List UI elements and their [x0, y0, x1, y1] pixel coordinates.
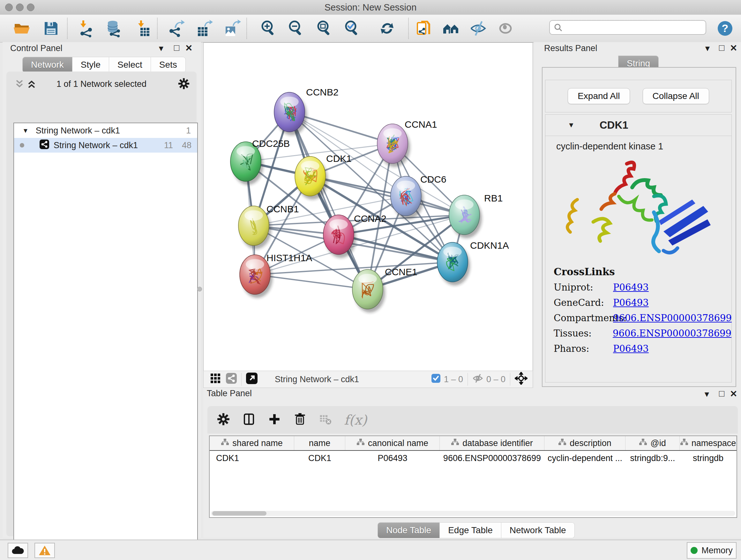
- tab-node-table[interactable]: Node Table: [378, 522, 440, 538]
- table-panel-close-icon[interactable]: ✕: [730, 388, 737, 399]
- help-button[interactable]: ?: [715, 18, 735, 39]
- scrollbar-thumb[interactable]: [212, 511, 266, 516]
- node-hist1h1a[interactable]: HIST1H1A: [240, 253, 312, 298]
- crosslink-pharos--link[interactable]: P06493: [613, 343, 649, 354]
- new-network-from-selection-button[interactable]: [414, 18, 434, 39]
- open-in-window-icon[interactable]: [246, 373, 258, 386]
- gene-collapse-icon[interactable]: ▼: [568, 121, 575, 129]
- export-network-button[interactable]: [166, 18, 187, 39]
- crosslink-compartments--link[interactable]: 9606.ENSP00000378699: [613, 313, 732, 323]
- column-header-canonical-name[interactable]: canonical name: [345, 436, 440, 450]
- import-table-file-button[interactable]: [133, 18, 153, 39]
- column-header-namespace[interactable]: namespace: [680, 436, 737, 450]
- network-options-gear-icon[interactable]: [178, 77, 190, 91]
- show-all-button[interactable]: [495, 18, 516, 39]
- string-home-button[interactable]: [441, 18, 461, 39]
- delete-table-icon[interactable]: [319, 412, 333, 428]
- column-header-shared-name[interactable]: shared name: [210, 436, 294, 450]
- gene-section-header[interactable]: ▼ CDK1: [545, 115, 731, 136]
- database-icon: [105, 19, 122, 37]
- node-rb1[interactable]: RB1: [449, 193, 502, 238]
- node-cdc25b[interactable]: CDC25B: [230, 138, 290, 185]
- node-ccna1[interactable]: CCNA1: [377, 119, 437, 167]
- node-cdkn1a[interactable]: CDKN1A: [437, 240, 509, 286]
- table-panel-menu-icon[interactable]: ▼: [703, 390, 711, 399]
- column-header--id[interactable]: @id: [625, 436, 680, 450]
- crosslink-uniprot--link[interactable]: P06493: [613, 282, 649, 293]
- crosslink-genecard--link[interactable]: P06493: [613, 297, 649, 308]
- node-ccnb1[interactable]: CCNB1: [239, 204, 299, 249]
- collection-expand-icon[interactable]: ▼: [22, 127, 29, 134]
- results-panel-close-icon[interactable]: ✕: [730, 43, 737, 53]
- results-panel-float-icon[interactable]: □: [719, 43, 724, 53]
- table-cell[interactable]: CDK1: [294, 451, 345, 465]
- results-panel-menu-icon[interactable]: ▼: [704, 44, 711, 53]
- crosslink-tissues--link[interactable]: 9606.ENSP00000378699: [613, 328, 731, 339]
- import-network-file-button[interactable]: [77, 18, 97, 39]
- table-cell[interactable]: 9606.ENSP00000378699: [440, 451, 544, 465]
- delete-column-trash-icon[interactable]: [293, 412, 307, 428]
- create-column-plus-icon[interactable]: [267, 412, 281, 428]
- network-row-selected[interactable]: String Network – cdk1 11 48: [14, 138, 197, 152]
- table-panel-float-icon[interactable]: □: [719, 388, 724, 399]
- network-view-toolbar: String Network – cdk1 1 – 0 0 – 0: [203, 371, 533, 388]
- table-cell[interactable]: CDK1: [210, 451, 294, 465]
- crosslink-row: Pharos:P06493: [554, 343, 731, 354]
- left-splitter-handle[interactable]: [197, 287, 202, 292]
- node-cdc6[interactable]: CDC6: [391, 174, 447, 219]
- hidden-eye-slash-icon[interactable]: [472, 374, 483, 385]
- function-builder-button[interactable]: f(x): [344, 412, 367, 428]
- column-header-name[interactable]: name: [294, 436, 345, 450]
- save-session-button[interactable]: [41, 18, 61, 39]
- node-cdk1[interactable]: CDK1: [295, 153, 352, 199]
- tab-style[interactable]: Style: [72, 57, 109, 73]
- table-options-gear-icon[interactable]: [216, 412, 230, 428]
- table-row[interactable]: CDK1CDK1P064939606.ENSP00000378699cyclin…: [210, 451, 737, 465]
- tab-network-table[interactable]: Network Table: [501, 522, 575, 538]
- pan-crosshair-icon[interactable]: [515, 372, 528, 387]
- node-label-cdc25b: CDC25B: [252, 138, 290, 149]
- memory-button[interactable]: Memory: [687, 542, 737, 559]
- control-panel-float-icon[interactable]: □: [174, 43, 179, 53]
- tab-network[interactable]: Network: [22, 57, 72, 73]
- column-header-description[interactable]: description: [544, 436, 625, 450]
- expand-all-button[interactable]: Expand All: [568, 88, 630, 104]
- tab-edge-table[interactable]: Edge Table: [440, 522, 501, 538]
- table-horizontal-scrollbar[interactable]: [211, 511, 735, 516]
- table-cell[interactable]: stringdb:9...: [625, 451, 680, 465]
- open-session-button[interactable]: [11, 18, 32, 39]
- toolbar-separator: [408, 18, 409, 39]
- import-network-database-button[interactable]: [103, 18, 124, 39]
- tab-select[interactable]: Select: [109, 57, 151, 73]
- node-ccne1[interactable]: CCNE1: [352, 266, 417, 313]
- node-label-cdkn1a: CDKN1A: [470, 240, 509, 251]
- network-type-share-icon[interactable]: [226, 373, 237, 386]
- hide-selected-button[interactable]: [468, 18, 488, 39]
- show-columns-icon[interactable]: [242, 412, 256, 428]
- cloud-status-button[interactable]: [8, 543, 28, 558]
- crosslink-label: Pharos:: [554, 343, 613, 354]
- network-canvas[interactable]: CCNB2CCNA1CDC25BCDK1CDC6RB1CCNB1CCNA2CDK…: [203, 43, 533, 371]
- control-panel-menu-icon[interactable]: ▼: [157, 44, 165, 53]
- warning-status-button[interactable]: [35, 543, 55, 558]
- control-panel-close-icon[interactable]: ✕: [185, 43, 192, 53]
- export-table-button[interactable]: [194, 18, 214, 39]
- network-collection-row[interactable]: ▼ String Network – cdk1 1: [14, 123, 197, 138]
- selected-checkbox-icon[interactable]: [431, 374, 441, 385]
- crosslinks-title: CrossLinks: [554, 266, 731, 277]
- table-cell[interactable]: P06493: [345, 451, 440, 465]
- export-image-button[interactable]: [222, 18, 242, 39]
- zoom-selected-button[interactable]: [342, 18, 362, 39]
- zoom-in-button[interactable]: [258, 18, 279, 39]
- collapse-all-button[interactable]: Collapse All: [643, 88, 709, 104]
- column-header-database-identifier[interactable]: database identifier: [440, 436, 544, 450]
- gene-section: ▼ CDK1 cyclin-dependent kinase 1: [545, 114, 732, 382]
- zoom-fit-button[interactable]: [314, 18, 334, 39]
- zoom-out-button[interactable]: [286, 18, 306, 39]
- tab-sets[interactable]: Sets: [151, 57, 186, 73]
- table-cell[interactable]: stringdb: [680, 451, 737, 465]
- search-input[interactable]: [549, 20, 706, 35]
- refresh-view-button[interactable]: [377, 18, 397, 39]
- birdseye-grid-icon[interactable]: [210, 373, 221, 386]
- table-cell[interactable]: cyclin-dependent ...: [544, 451, 625, 465]
